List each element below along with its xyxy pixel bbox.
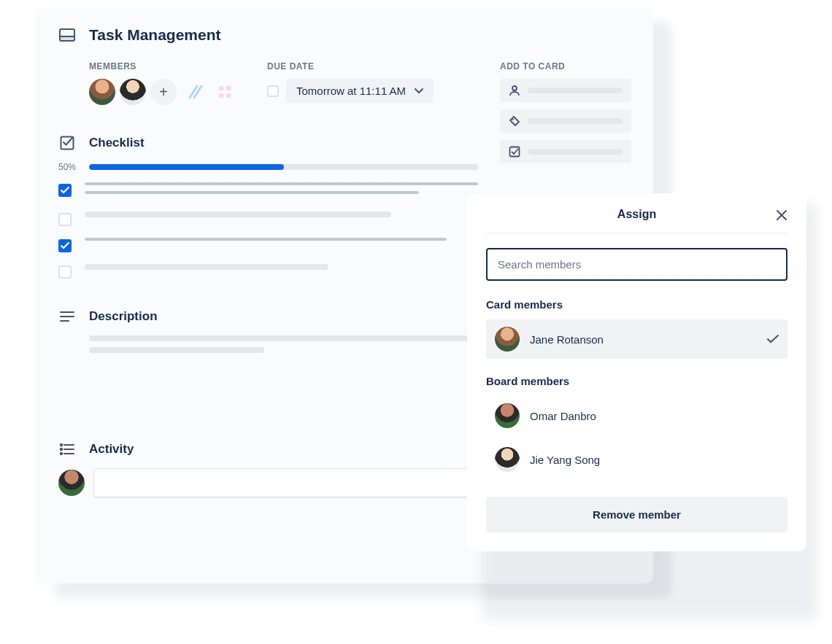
member-row[interactable]: Jane Rotanson	[486, 319, 787, 359]
tag-icon	[509, 115, 520, 127]
member-avatar	[495, 327, 520, 352]
checklist-item[interactable]	[58, 182, 478, 200]
checklist-header: Checklist	[58, 134, 478, 152]
svg-point-20	[512, 119, 514, 120]
due-date-section: DUE DATE Tomorrow at 11:11 AM	[267, 61, 478, 105]
checkbox-checked[interactable]	[58, 239, 72, 252]
description-placeholder[interactable]	[89, 335, 478, 353]
member-name: Omar Danbro	[530, 410, 779, 422]
svg-point-16	[61, 444, 62, 446]
add-checklist-button[interactable]	[500, 140, 631, 163]
progress-label: 50%	[58, 162, 82, 172]
description-header: Description	[58, 308, 478, 325]
add-member-button[interactable]: +	[150, 79, 177, 105]
checkbox-unchecked[interactable]	[58, 213, 72, 226]
svg-rect-7	[219, 93, 223, 98]
card-header: Task Management	[58, 26, 631, 44]
member-avatar	[495, 447, 520, 472]
checklist-item[interactable]	[58, 238, 478, 252]
progress-bar	[89, 164, 478, 170]
checklist-item[interactable]	[58, 212, 478, 226]
description-icon	[58, 308, 76, 325]
svg-point-17	[61, 449, 62, 450]
checklist-item-text-placeholder	[85, 212, 478, 223]
members-section: MEMBERS +	[89, 61, 238, 105]
svg-rect-8	[226, 93, 231, 98]
activity-section: Activity	[89, 441, 478, 497]
activity-title: Activity	[89, 442, 134, 457]
member-avatar[interactable]	[89, 79, 115, 105]
person-icon	[509, 85, 520, 96]
member-name: Jie Yang Song	[530, 454, 779, 466]
due-date-row: Tomorrow at 11:11 AM	[267, 79, 478, 103]
popover-title: Assign	[617, 208, 656, 221]
svg-rect-5	[219, 86, 223, 90]
description-title: Description	[89, 309, 158, 324]
due-date-picker[interactable]: Tomorrow at 11:11 AM	[286, 79, 434, 103]
member-avatar[interactable]	[120, 79, 146, 105]
activity-input-row	[58, 468, 478, 497]
due-date-value: Tomorrow at 11:11 AM	[296, 85, 406, 97]
checklist-items	[58, 182, 478, 279]
chevron-down-icon	[415, 88, 423, 94]
assign-popover: Assign Card members Jane Rotanson Board …	[467, 193, 806, 551]
member-name: Jane Rotanson	[530, 333, 757, 346]
add-to-card-label: ADD TO CARD	[500, 61, 631, 71]
remove-member-button[interactable]: Remove member	[486, 497, 787, 532]
check-square-icon	[509, 146, 520, 158]
check-icon	[767, 335, 779, 344]
checkbox-unchecked[interactable]	[58, 265, 72, 279]
activity-header: Activity	[58, 441, 478, 458]
activity-icon	[58, 441, 76, 458]
checklist-icon	[58, 134, 76, 152]
card-main-column: MEMBERS + DUE DATE	[58, 61, 478, 497]
checklist-item[interactable]	[58, 264, 478, 279]
board-members-label: Board members	[486, 375, 787, 387]
add-members-button[interactable]	[500, 79, 631, 102]
members-label: MEMBERS	[89, 61, 238, 71]
due-date-checkbox[interactable]	[267, 85, 279, 97]
card-members-label: Card members	[486, 298, 787, 311]
svg-point-19	[512, 86, 517, 90]
popover-header: Assign	[486, 208, 787, 233]
aside-item-placeholder	[528, 149, 623, 155]
close-icon[interactable]	[776, 209, 787, 221]
description-section: Description	[89, 308, 478, 353]
current-user-avatar	[58, 470, 85, 496]
decorative-pink-icon	[212, 79, 238, 105]
checklist-section: Checklist 50%	[89, 134, 478, 279]
card-icon	[58, 26, 76, 44]
progress-fill	[89, 164, 284, 170]
checklist-progress: 50%	[58, 162, 478, 172]
checklist-title: Checklist	[89, 136, 145, 150]
checkbox-checked[interactable]	[58, 184, 72, 197]
aside-item-placeholder	[528, 88, 623, 93]
aside-item-placeholder	[528, 118, 623, 124]
checklist-item-text-placeholder	[85, 264, 478, 276]
search-members-input[interactable]	[486, 248, 787, 281]
due-date-label: DUE DATE	[267, 61, 478, 71]
member-avatar	[495, 403, 520, 428]
svg-point-18	[61, 453, 62, 454]
svg-rect-21	[510, 147, 520, 157]
decorative-stripe-icon	[181, 79, 207, 105]
svg-rect-6	[226, 86, 231, 90]
member-row[interactable]: Omar Danbro	[486, 396, 787, 435]
card-meta-row: MEMBERS + DUE DATE	[89, 61, 478, 105]
checklist-item-text-placeholder	[85, 238, 478, 247]
checklist-item-text-placeholder	[85, 182, 478, 200]
card-title: Task Management	[89, 26, 221, 44]
member-row[interactable]: Jie Yang Song	[486, 440, 787, 479]
members-avatars: +	[89, 79, 238, 105]
activity-comment-input[interactable]	[93, 468, 478, 497]
add-labels-button[interactable]	[500, 109, 631, 133]
